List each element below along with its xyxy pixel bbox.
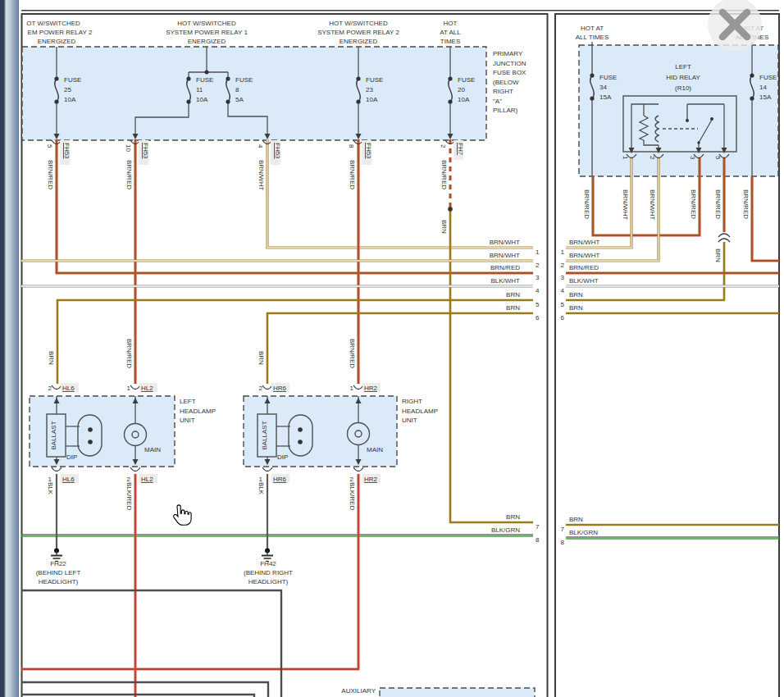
rn-3: 3 — [561, 274, 565, 281]
hr-t1c: HR6 — [273, 385, 287, 392]
gnd-r2: (BEHIND RIGHT — [244, 569, 293, 576]
pjb-1: PRIMARY — [493, 50, 523, 57]
fuse-terminal — [750, 96, 754, 100]
lhu-2: HEADLAMP — [180, 408, 216, 415]
lw-4: BLK/WHT — [490, 277, 520, 285]
hr-b2n: 2 — [350, 476, 354, 483]
rv-brnred-4: BRN/RED — [742, 189, 750, 219]
w-blk-1: BLK — [47, 482, 54, 495]
ballast-r: BALLAST — [261, 421, 268, 449]
pjb-4: (BELOW — [493, 79, 519, 86]
rpin-5: 5 — [714, 156, 722, 160]
rhu-1: RIGHT — [402, 398, 422, 405]
ln-3: 3 — [536, 274, 540, 281]
aux: AUXILIARY — [341, 687, 376, 695]
gnd-l3: HEADLIGHT) — [39, 578, 79, 585]
junction-dot — [88, 440, 93, 444]
ln-2: 2 — [536, 262, 540, 269]
pin5-fh53: 5 — [46, 144, 53, 148]
hr-b1c: HR6 — [273, 476, 287, 483]
rhu-2: HEADLAMP — [402, 408, 438, 415]
fuse-terminal — [448, 99, 452, 103]
fuse34-1: FUSE — [599, 74, 617, 81]
fuse20-3: 10A — [458, 96, 470, 103]
lw-1: BRN/WHT — [490, 239, 520, 246]
fuse20-1: FUSE — [458, 76, 475, 84]
lw-3: BRN/RED — [490, 264, 520, 271]
fuse-terminal — [186, 99, 190, 103]
dip-r: DIP — [277, 453, 288, 461]
hl-b2n: 2 — [127, 476, 131, 483]
fuse23-3: 10A — [366, 96, 378, 103]
hdr2-1: HOT W/SWITCHED — [177, 20, 236, 27]
rw-5: BRN — [569, 291, 583, 298]
conn-fh53-b: FH53 — [142, 143, 149, 159]
w-brn-1: BRN — [440, 220, 448, 234]
lhu-3: UNIT — [180, 417, 195, 424]
gnd-r3: HEADLIGHT) — [248, 578, 289, 585]
pjb-5: RIGHT — [493, 88, 513, 95]
w-blkred-2: BLK/RED — [349, 482, 356, 510]
gnd-r1: FH42 — [260, 560, 276, 567]
dip-l: DIP — [66, 453, 77, 461]
fuse25-3: 10A — [64, 96, 76, 103]
rw-7: BRN — [569, 516, 583, 523]
hdr3-1: HOT W/SWITCHED — [329, 20, 388, 27]
hdr2-3: ENERGIZED — [188, 38, 226, 45]
hr-t1n: 2 — [259, 385, 263, 392]
hdr2-2: SYSTEM POWER RELAY 1 — [166, 29, 248, 36]
fuse8-3: 5A — [235, 96, 244, 103]
w-brnwht-1: BRN/WHT — [258, 160, 265, 190]
rn-8: 8 — [561, 539, 565, 546]
pjb-2: JUNCTION — [493, 60, 526, 67]
rw-4: BLK/WHT — [569, 277, 599, 285]
rv-brn: BRN — [714, 248, 722, 262]
fuse34-2: 34 — [599, 84, 607, 91]
hr-t2n: 1 — [350, 385, 354, 392]
fuse-terminal — [356, 76, 360, 80]
rv-brnred-1: BRN/RED — [583, 189, 590, 219]
conn-fh53-a: FH53 — [63, 143, 71, 159]
hl-t2n: 1 — [127, 385, 131, 392]
fuse25-2: 25 — [64, 86, 71, 93]
hdr3-2: SYSTEM POWER RELAY 2 — [317, 29, 399, 36]
rn-1: 1 — [561, 248, 565, 256]
junction-dot — [710, 117, 713, 121]
rhu-3: UNIT — [402, 417, 417, 424]
fuse23-1: FUSE — [366, 76, 383, 84]
conn-fh53-d: FH53 — [365, 143, 372, 159]
ln-1: 1 — [536, 248, 540, 256]
fuse25-1: FUSE — [64, 76, 81, 84]
main-l: MAIN — [144, 446, 161, 453]
rn-6: 6 — [561, 314, 565, 321]
rv-brnred-3: BRN/RED — [714, 189, 722, 219]
lw-8: BLK/GRN — [491, 526, 520, 534]
fuse8-2: 8 — [235, 86, 239, 93]
hdr5-2: ALL TIMES — [576, 34, 609, 41]
gnd-l2: (BEHIND LEFT — [36, 569, 81, 576]
conn-fh53-c: FH53 — [274, 143, 281, 159]
pjb-7: PILLAR) — [493, 107, 518, 114]
ln-5: 5 — [536, 301, 540, 308]
fuse-terminal — [54, 76, 58, 80]
hl-b1n: 1 — [48, 476, 52, 483]
junction-dot — [88, 427, 93, 432]
fuse11-2: 11 — [196, 86, 203, 93]
lw-6: BRN — [506, 304, 520, 312]
junction-dot — [448, 207, 453, 212]
hl-b2c: HL2 — [141, 476, 153, 483]
gnd-l1: FH22 — [50, 560, 66, 567]
wiring-diagram-canvas: OT W/SWITCHEDEM POWER RELAY 2ENERGIZEDHO… — [0, 0, 784, 697]
rw-3: BRN/RED — [569, 264, 599, 271]
fuse23-2: 23 — [366, 86, 373, 93]
hr-b2c: HR2 — [364, 476, 378, 483]
hdr4-3: TIMES — [440, 38, 460, 45]
pjb-6: "A" — [493, 98, 502, 105]
rv-brnred-2: BRN/RED — [690, 189, 697, 219]
w-brnred-6: BRN/RED — [349, 339, 356, 368]
fuse14-2: 14 — [759, 84, 767, 91]
fuse-terminal — [356, 99, 360, 103]
junction-dot — [686, 119, 689, 122]
fuse8-1: FUSE — [235, 76, 253, 84]
hdr4-1: HOT — [444, 20, 458, 27]
